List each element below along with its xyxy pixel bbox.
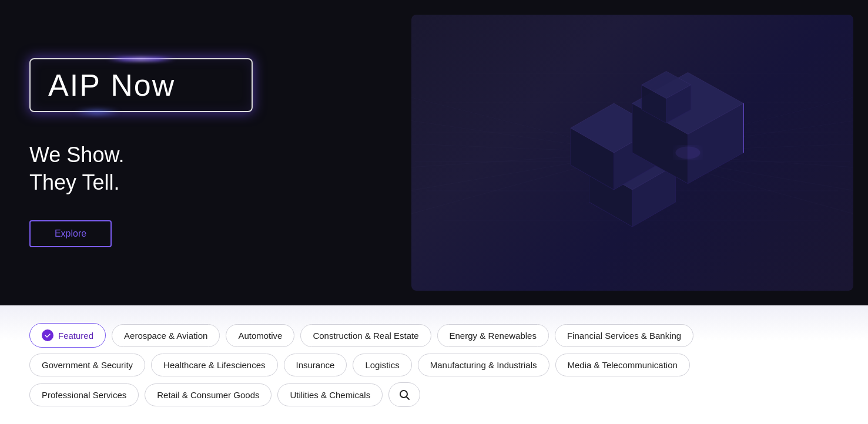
explore-button[interactable]: Explore xyxy=(29,220,112,247)
filter-chip-manufacturing[interactable]: Manufacturing & Industrials xyxy=(418,354,549,376)
filter-label-aerospace: Aerospace & Aviation xyxy=(124,331,207,341)
filter-label-media: Media & Telecommunication xyxy=(568,360,678,370)
filter-row-3: Professional Services Retail & Consumer … xyxy=(29,382,839,407)
logo-aip: AIP xyxy=(48,68,101,102)
filter-chip-logistics[interactable]: Logistics xyxy=(353,354,411,376)
filter-chip-utilities[interactable]: Utilities & Chemicals xyxy=(277,383,383,406)
logo-box: AIP Now xyxy=(29,58,253,112)
tagline: We Show. They Tell. xyxy=(29,142,376,197)
filter-chip-insurance[interactable]: Insurance xyxy=(284,354,347,376)
hero-visual xyxy=(411,15,853,291)
logo-now: Now xyxy=(101,68,175,102)
filter-chip-energy[interactable]: Energy & Renewables xyxy=(437,324,549,347)
filter-row-2: Government & Security Healthcare & Lifes… xyxy=(29,354,839,376)
cubes-3d xyxy=(411,15,853,291)
filter-chip-retail[interactable]: Retail & Consumer Goods xyxy=(145,383,272,406)
filter-chip-media[interactable]: Media & Telecommunication xyxy=(555,354,690,376)
filter-chip-healthcare[interactable]: Healthcare & Lifesciences xyxy=(151,354,277,376)
filter-chip-automotive[interactable]: Automotive xyxy=(226,324,294,347)
filter-label-automotive: Automotive xyxy=(238,331,282,341)
svg-line-37 xyxy=(407,397,410,400)
filter-label-insurance: Insurance xyxy=(296,360,335,370)
filter-label-construction: Construction & Real Estate xyxy=(313,331,418,341)
filter-label-healthcare: Healthcare & Lifesciences xyxy=(163,360,265,370)
filter-label-utilities: Utilities & Chemicals xyxy=(290,390,370,400)
logo-text: AIP Now xyxy=(48,70,175,100)
tagline-line2: They Tell. xyxy=(29,169,376,197)
filter-label-government: Government & Security xyxy=(42,360,133,370)
filter-label-professional: Professional Services xyxy=(42,390,126,400)
filter-label-manufacturing: Manufacturing & Industrials xyxy=(430,360,537,370)
filter-label-logistics: Logistics xyxy=(365,360,399,370)
search-button[interactable] xyxy=(388,382,420,407)
filter-chip-featured[interactable]: Featured xyxy=(29,323,106,348)
check-icon xyxy=(42,329,53,341)
filter-row-1: Featured Aerospace & Aviation Automotive… xyxy=(29,323,839,348)
filter-chip-government[interactable]: Government & Security xyxy=(29,354,145,376)
filter-chip-aerospace[interactable]: Aerospace & Aviation xyxy=(112,324,220,347)
filter-chip-financial[interactable]: Financial Services & Banking xyxy=(555,324,693,347)
filter-label-featured: Featured xyxy=(58,331,93,341)
filter-chip-construction[interactable]: Construction & Real Estate xyxy=(300,324,431,347)
filter-chip-professional[interactable]: Professional Services xyxy=(29,383,139,406)
hero-left: AIP Now We Show. They Tell. Explore xyxy=(0,0,411,305)
svg-point-35 xyxy=(676,147,701,159)
filter-label-energy: Energy & Renewables xyxy=(450,331,537,341)
search-icon xyxy=(398,389,410,401)
filter-label-financial: Financial Services & Banking xyxy=(567,331,681,341)
hero-right xyxy=(411,15,853,291)
tagline-line1: We Show. xyxy=(29,142,376,169)
hero-section: AIP Now We Show. They Tell. Explore xyxy=(0,0,868,305)
filter-label-retail: Retail & Consumer Goods xyxy=(157,390,259,400)
filter-bar: Featured Aerospace & Aviation Automotive… xyxy=(0,305,868,424)
